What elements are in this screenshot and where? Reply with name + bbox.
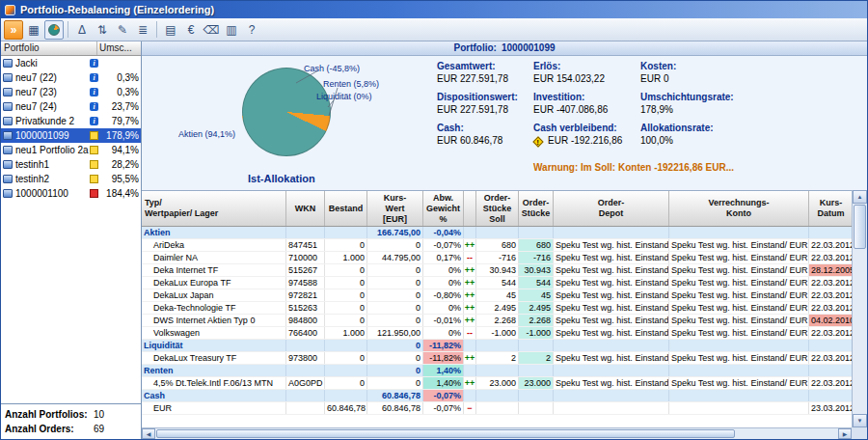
cell-bestand: 0 xyxy=(325,264,367,276)
euro-button[interactable]: € xyxy=(181,20,201,40)
scroll-down-button[interactable]: ▼ xyxy=(853,414,867,427)
cell-name: Deka-Technologie TF xyxy=(142,302,286,314)
cell-abw: 0% xyxy=(423,277,464,289)
portfolio-name: testinh1 xyxy=(15,159,90,170)
summary-value: !EUR -192.216,86 xyxy=(533,134,640,147)
adjust-button[interactable]: ≣ xyxy=(133,20,152,40)
portfolio-footer: Anzahl Portfolios: 10 Anzahl Orders: 69 xyxy=(1,403,141,439)
portfolio-name: 1000001100 xyxy=(15,188,90,199)
cell-wkn: A0G0PD xyxy=(286,377,325,389)
column-header-portfolio[interactable]: Portfolio xyxy=(1,41,97,55)
portfolio-percent: 79,7% xyxy=(103,116,139,126)
edit-off-button[interactable]: ✎ xyxy=(113,20,132,40)
cell-trend: -- xyxy=(464,252,476,263)
cell-soll xyxy=(476,390,519,401)
cell-stuecke: 680 xyxy=(519,239,554,251)
portfolio-list-item[interactable]: 1000001100184,4% xyxy=(1,186,141,201)
warning-diamond-icon: ! xyxy=(532,136,543,147)
cell-abw: 1,40% xyxy=(423,377,464,389)
summary-field: Erlös:EUR 154.023,22 xyxy=(533,60,640,85)
security-row[interactable]: Deka-Technologie TF515263000%++2.4952.49… xyxy=(142,302,852,315)
cell-kurswert: 0 xyxy=(367,239,423,251)
cell-wkn: 984800 xyxy=(286,315,325,326)
title-bar[interactable]: Portfolio-Rebalancing (Einzelordering) xyxy=(1,1,867,18)
cell-soll xyxy=(476,365,519,376)
portfolio-icon xyxy=(3,160,13,169)
portfolio-list-item[interactable]: testinh128,2% xyxy=(1,157,141,172)
sort-button[interactable]: ⇅ xyxy=(93,20,112,40)
calculator-button[interactable]: ▤ xyxy=(161,20,180,40)
security-row[interactable]: 4,5% Dt.Telek.Intl F.06/13 MTNA0G0PD001,… xyxy=(142,377,852,390)
portfolio-list-item[interactable]: neu7 (22)i0,3% xyxy=(1,70,141,85)
column-header-depot[interactable]: Order- Depot xyxy=(554,191,669,226)
portfolio-list-item[interactable]: neu7 (23)i0,3% xyxy=(1,85,141,99)
portfolio-list-item[interactable]: Privatkunde 2i79,7% xyxy=(1,114,141,128)
security-row[interactable]: DekaLux Japan97282100-0,80%++4545Speku T… xyxy=(142,289,852,302)
cell-abw: 0% xyxy=(423,302,464,314)
column-header-kurswert[interactable]: Kurs- Wert [EUR] xyxy=(367,191,423,226)
cell-abw: -11,82% xyxy=(423,340,464,351)
summary-label: Cash: xyxy=(437,122,533,134)
column-header-name[interactable]: Typ/ Wertpapier/ Lager xyxy=(142,191,286,226)
delta-button[interactable]: Δ xyxy=(72,20,92,40)
column-header-soll[interactable]: Order- Stücke Soll xyxy=(476,191,519,226)
info-badge-icon: i xyxy=(90,59,98,68)
security-row[interactable]: DWS Internet Aktien Typ 098480000-0,01%+… xyxy=(142,315,852,327)
expand-button[interactable]: » xyxy=(4,20,23,40)
summary-value: EUR 227.591,78 xyxy=(437,103,533,116)
horizontal-scroll-thumb[interactable] xyxy=(156,429,735,438)
cell-datum: 23.03.2012 xyxy=(809,402,852,414)
portfolio-list-item[interactable]: Jackii xyxy=(1,56,141,70)
cell-stuecke: -1.000 xyxy=(519,327,554,339)
security-row[interactable]: DekaLux Europa TF974588000%++544544Speku… xyxy=(142,277,852,289)
column-header-stuecke[interactable]: Order- Stücke xyxy=(519,191,554,226)
table-view-button[interactable]: ▦ xyxy=(24,20,43,40)
column-header-trend[interactable] xyxy=(464,191,476,226)
column-header-konto[interactable]: Verrechnungs- Konto xyxy=(669,191,809,226)
portfolio-list-item[interactable]: 1000001099178,9% xyxy=(1,128,141,143)
portfolio-icon xyxy=(3,146,13,154)
group-row[interactable]: Aktien166.745,00-0,04% xyxy=(142,227,852,239)
portfolio-list-item[interactable]: testinh295,5% xyxy=(1,172,141,186)
column-header-abw[interactable]: Abw. Gewicht % xyxy=(423,191,464,226)
scroll-right-button[interactable]: ▶ xyxy=(838,428,852,439)
cell-datum: 04.02.2010 xyxy=(809,315,852,326)
cell-stuecke xyxy=(519,402,554,414)
horizontal-scrollbar[interactable]: ◀ ▶ xyxy=(142,427,852,439)
pie-view-button[interactable] xyxy=(44,20,64,40)
portfolio-list: Jackiineu7 (22)i0,3%neu7 (23)i0,3%neu7 (… xyxy=(1,56,141,201)
eraser-button[interactable]: ⌫ xyxy=(202,20,221,40)
group-row[interactable]: Liquidität0-11,82% xyxy=(142,340,852,352)
column-header-wkn[interactable]: WKN xyxy=(286,191,325,226)
security-row[interactable]: AriDeka84745100-0,07%++680680Speku Test … xyxy=(142,239,852,252)
security-row[interactable]: Daimler NA7100001.00044.795,000,17%---71… xyxy=(142,252,852,264)
grid-body: Aktien166.745,00-0,04%AriDeka84745100-0,… xyxy=(142,227,852,415)
scroll-up-button[interactable]: ▲ xyxy=(853,190,867,204)
cell-soll: 680 xyxy=(476,239,519,251)
security-row[interactable]: DekaLux Treasury TF97380000-11,82%++22Sp… xyxy=(142,352,852,365)
security-row[interactable]: Volkswagen7664001.000121.950,000%---1.00… xyxy=(142,327,852,340)
column-header-umschichtung[interactable]: Umsc... xyxy=(97,41,141,55)
group-row[interactable]: Renten01,40% xyxy=(142,365,852,377)
portfolio-list-item[interactable]: neu7 (24)i23,7% xyxy=(1,99,141,114)
chart-button[interactable]: ▥ xyxy=(222,20,241,40)
cell-datum: 22.03.2012 xyxy=(809,252,852,263)
portfolio-name: neu1 Portfolio 2a xyxy=(15,145,90,155)
cell-stuecke: -716 xyxy=(519,252,554,263)
column-header-bestand[interactable]: Bestand xyxy=(325,191,367,226)
security-row[interactable]: EUR60.846,7860.846,78-0,07%−23.03.2012 xyxy=(142,402,852,415)
scrollbar-corner xyxy=(852,427,867,439)
group-row[interactable]: Cash60.846,78-0,07% xyxy=(142,390,852,402)
portfolio-count-value: 10 xyxy=(94,409,104,420)
cell-name: AriDeka xyxy=(142,239,286,251)
scroll-left-button[interactable]: ◀ xyxy=(142,428,155,439)
column-header-datum[interactable]: Kurs- Datum xyxy=(809,191,852,226)
cell-konto: Speku Test wg. hist. Einstand/ EUR xyxy=(669,289,809,301)
portfolio-count-row: Anzahl Portfolios: 10 xyxy=(5,407,137,422)
security-row[interactable]: Deka Internet TF515267000%++30.94330.943… xyxy=(142,264,852,277)
portfolio-list-item[interactable]: neu1 Portfolio 2a94,1% xyxy=(1,143,141,157)
help-button[interactable]: ? xyxy=(242,20,261,40)
vertical-scroll-thumb[interactable] xyxy=(854,205,866,249)
vertical-scrollbar[interactable]: ▲ ▼ xyxy=(852,190,867,427)
cell-soll: 45 xyxy=(476,289,519,301)
